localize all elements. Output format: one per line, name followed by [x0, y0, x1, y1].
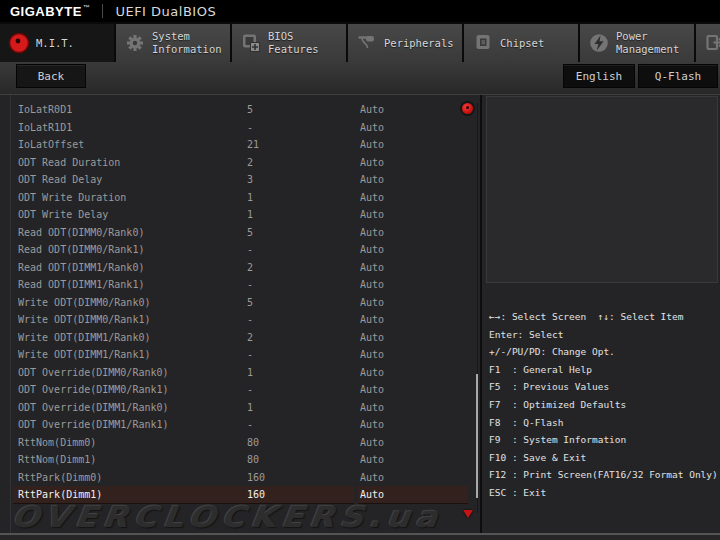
settings-list: IoLatR0D15AutoIoLatR1D1-AutoIoLatOffset2… [0, 95, 480, 504]
tab-save-exit[interactable]: Save & Exit [696, 24, 720, 62]
setting-main-cell: ODT Write Delay1 [13, 206, 354, 224]
scroll-down-indicator[interactable] [463, 510, 473, 518]
tab-label: M.I.T. [36, 37, 114, 50]
setting-row-read-odt-dimm0-rank0[interactable]: Read ODT(DIMM0/Rank0)5Auto [0, 224, 480, 242]
scrollbar[interactable] [477, 103, 478, 513]
back-button[interactable]: Back [16, 64, 86, 88]
setting-mode: Auto [358, 346, 468, 364]
trademark-symbol: ™ [83, 4, 91, 11]
gigabyte-logo: GIGABYTE™ [10, 4, 90, 19]
setting-value: 5 [247, 104, 253, 115]
setting-row-odt-override-dimm0-rank0[interactable]: ODT Override(DIMM0/Rank0)1Auto [0, 364, 480, 382]
setting-mode: Auto [358, 434, 468, 452]
setting-row-read-odt-dimm1-rank0[interactable]: Read ODT(DIMM1/Rank0)2Auto [0, 259, 480, 277]
setting-name: ODT Override(DIMM1/Rank0) [18, 402, 247, 413]
setting-main-cell: Write ODT(DIMM1/Rank0)2 [13, 329, 354, 347]
setting-main-cell: ODT Override(DIMM0/Rank1)- [13, 381, 354, 399]
setting-row-odt-override-dimm1-rank0[interactable]: ODT Override(DIMM1/Rank0)1Auto [0, 399, 480, 417]
help-line: F7 : Optimized Defaults [489, 396, 720, 414]
setting-name: ODT Override(DIMM1/Rank1) [18, 419, 247, 430]
bios-chip-icon [240, 32, 262, 54]
setting-row-odt-override-dimm0-rank1[interactable]: ODT Override(DIMM0/Rank1)-Auto [0, 381, 480, 399]
setting-row-odt-read-delay[interactable]: ODT Read Delay3Auto [0, 171, 480, 189]
help-line: F9 : System Information [489, 431, 720, 449]
setting-value: - [247, 122, 253, 133]
help-line: F12 : Print Screen(FAT16/32 Format Only) [489, 466, 720, 484]
tab-bios-features[interactable]: BIOS Features [232, 24, 346, 62]
setting-name: Read ODT(DIMM1/Rank0) [18, 262, 247, 273]
setting-row-write-odt-dimm1-rank0[interactable]: Write ODT(DIMM1/Rank0)2Auto [0, 329, 480, 347]
tab-label: Chipset [500, 37, 578, 50]
setting-main-cell: Read ODT(DIMM0/Rank1)- [13, 241, 354, 259]
setting-main-cell: ODT Write Duration1 [13, 189, 354, 207]
language-button[interactable]: English [563, 64, 635, 88]
qflash-button[interactable]: Q-Flash [638, 64, 718, 88]
setting-row-rttnom-dimm1[interactable]: RttNom(Dimm1)80Auto [0, 451, 480, 469]
power-bolt-icon [588, 32, 610, 54]
setting-row-iolatr0d1[interactable]: IoLatR0D15Auto [0, 101, 480, 119]
tab-peripherals[interactable]: Peripherals [348, 24, 462, 62]
setting-mode: Auto [358, 154, 468, 172]
setting-name: Write ODT(DIMM0/Rank1) [18, 314, 247, 325]
setting-row-rttnom-dimm0[interactable]: RttNom(Dimm0)80Auto [0, 434, 480, 452]
help-line: ←→: Select Screen ↑↓: Select Item [489, 308, 720, 326]
setting-main-cell: IoLatOffset21 [13, 136, 354, 154]
setting-row-rttpark-dimm0[interactable]: RttPark(Dimm0)160Auto [0, 469, 480, 487]
help-line: F5 : Previous Values [489, 378, 720, 396]
setting-name: Write ODT(DIMM1/Rank0) [18, 332, 247, 343]
setting-name: RttNom(Dimm0) [18, 437, 247, 448]
setting-value: - [247, 419, 253, 430]
setting-row-iolatr1d1[interactable]: IoLatR1D1-Auto [0, 119, 480, 137]
setting-row-odt-read-duration[interactable]: ODT Read Duration2Auto [0, 154, 480, 172]
help-line: Enter: Select [489, 326, 720, 344]
setting-row-read-odt-dimm1-rank1[interactable]: Read ODT(DIMM1/Rank1)-Auto [0, 276, 480, 294]
scroll-up-indicator[interactable] [462, 103, 473, 114]
topbar: GIGABYTE™ UEFI DualBIOS [0, 0, 720, 22]
setting-row-write-odt-dimm0-rank0[interactable]: Write ODT(DIMM0/Rank0)5Auto [0, 294, 480, 312]
setting-main-cell: ODT Override(DIMM1/Rank1)- [13, 416, 354, 434]
setting-value: - [247, 384, 253, 395]
setting-name: ODT Write Delay [18, 209, 247, 220]
help-line: F8 : Q-Flash [489, 414, 720, 432]
tab-system-information[interactable]: System Information [116, 24, 230, 62]
tab-chipset[interactable]: Chipset [464, 24, 578, 62]
topbar-divider [102, 4, 103, 18]
setting-value: 1 [247, 402, 253, 413]
help-line: ESC : Exit [489, 484, 720, 502]
setting-row-odt-write-duration[interactable]: ODT Write Duration1Auto [0, 189, 480, 207]
setting-row-write-odt-dimm0-rank1[interactable]: Write ODT(DIMM0/Rank1)-Auto [0, 311, 480, 329]
scrollbar-thumb[interactable] [476, 374, 478, 498]
setting-value: - [247, 349, 253, 360]
help-line: F10 : Save & Exit [489, 449, 720, 467]
help-panel: ←→: Select Screen ↑↓: Select ItemEnter: … [484, 95, 720, 533]
setting-main-cell: RttPark(Dimm0)160 [13, 469, 354, 487]
setting-value: 5 [247, 297, 253, 308]
toolbar-right: English Q-Flash [563, 62, 718, 88]
setting-name: Read ODT(DIMM0/Rank0) [18, 227, 247, 238]
setting-value: 160 [247, 489, 265, 500]
gear-icon [124, 32, 146, 54]
setting-row-iolatoffset[interactable]: IoLatOffset21Auto [0, 136, 480, 154]
setting-row-odt-write-delay[interactable]: ODT Write Delay1Auto [0, 206, 480, 224]
tab-power-management[interactable]: Power Management [580, 24, 694, 62]
setting-mode: Auto [358, 189, 468, 207]
setting-mode: Auto [358, 416, 468, 434]
setting-row-odt-override-dimm1-rank1[interactable]: ODT Override(DIMM1/Rank1)-Auto [0, 416, 480, 434]
setting-mode: Auto [358, 119, 468, 137]
setting-value: 21 [247, 139, 259, 150]
setting-name: IoLatR1D1 [18, 122, 247, 133]
item-help-box [486, 96, 718, 283]
help-line: F1 : General Help [489, 361, 720, 379]
toolbar: Back English Q-Flash [0, 62, 720, 94]
setting-mode: Auto [358, 329, 468, 347]
setting-row-write-odt-dimm1-rank1[interactable]: Write ODT(DIMM1/Rank1)-Auto [0, 346, 480, 364]
setting-row-read-odt-dimm0-rank1[interactable]: Read ODT(DIMM0/Rank1)-Auto [0, 241, 480, 259]
tab-m-i-t[interactable]: M.I.T. [0, 24, 114, 62]
setting-name: ODT Read Duration [18, 157, 247, 168]
peripherals-icon [356, 32, 378, 54]
content-area: IoLatR0D15AutoIoLatR1D1-AutoIoLatOffset2… [0, 94, 720, 533]
setting-main-cell: Read ODT(DIMM0/Rank0)5 [13, 224, 354, 242]
setting-value: 5 [247, 227, 253, 238]
settings-panel: IoLatR0D15AutoIoLatR1D1-AutoIoLatOffset2… [0, 95, 482, 533]
setting-mode: Auto [358, 294, 468, 312]
